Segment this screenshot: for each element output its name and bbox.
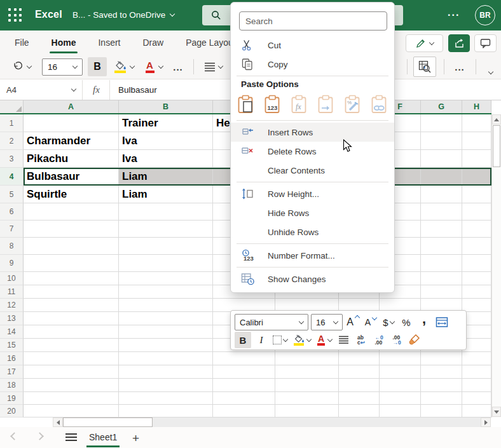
- menu-item-cut[interactable]: Cut: [231, 36, 394, 55]
- cell-B6[interactable]: [119, 203, 213, 221]
- cell-E20[interactable]: [339, 405, 380, 417]
- cell-B3[interactable]: Iva: [119, 150, 213, 168]
- row-header-11[interactable]: 11: [0, 285, 24, 299]
- mini-alignment-button[interactable]: [336, 332, 351, 348]
- cell-G20[interactable]: [421, 405, 462, 417]
- cell-B2[interactable]: Iva: [119, 132, 213, 150]
- cell-A3[interactable]: Pikachu: [24, 150, 119, 168]
- add-sheet-button[interactable]: +: [132, 431, 139, 445]
- cell-B13[interactable]: [119, 312, 213, 325]
- cell-B16[interactable]: [119, 352, 213, 365]
- cell-B10[interactable]: [119, 272, 213, 285]
- select-all-corner[interactable]: [0, 100, 24, 113]
- mini-fill-color-button[interactable]: [291, 332, 312, 348]
- cell-A16[interactable]: [24, 352, 119, 365]
- cell-B20[interactable]: [119, 405, 213, 417]
- mini-font-name-combo[interactable]: Calibri: [235, 314, 308, 330]
- increase-decimal-button[interactable]: .00 →0: [389, 332, 404, 348]
- row-header-14[interactable]: 14: [0, 325, 24, 339]
- mini-bold-button[interactable]: B: [235, 332, 251, 348]
- editing-mode-button[interactable]: [406, 34, 443, 52]
- cell-C16[interactable]: [213, 352, 275, 365]
- tab-draw[interactable]: Draw: [142, 36, 164, 49]
- cell-H11[interactable]: [462, 285, 491, 299]
- font-color-button[interactable]: A: [140, 57, 167, 76]
- cell-F19[interactable]: [380, 392, 421, 405]
- cell-G6[interactable]: [421, 203, 462, 221]
- cell-H10[interactable]: [462, 272, 491, 285]
- percent-format-button[interactable]: %: [399, 314, 414, 330]
- cell-B17[interactable]: [119, 365, 213, 379]
- cell-H7[interactable]: [462, 221, 491, 238]
- shrink-font-button[interactable]: A: [363, 314, 378, 330]
- cell-A13[interactable]: [24, 312, 119, 325]
- cell-A17[interactable]: [24, 365, 119, 379]
- col-header-A[interactable]: A: [24, 100, 119, 113]
- accounting-format-button[interactable]: $: [381, 314, 396, 330]
- grow-font-button[interactable]: A: [345, 314, 360, 330]
- wrap-text-button[interactable]: ab c↩: [353, 332, 369, 348]
- cell-B11[interactable]: [119, 285, 213, 299]
- font-size-combo[interactable]: 16: [42, 58, 83, 76]
- cell-A5[interactable]: Squirtle: [24, 186, 119, 203]
- row-header-13[interactable]: 13: [0, 312, 24, 325]
- cell-H3[interactable]: [462, 150, 491, 168]
- row-header-7[interactable]: 7: [0, 221, 24, 238]
- row-header-3[interactable]: 3: [0, 150, 24, 168]
- cell-F20[interactable]: [380, 405, 421, 417]
- cell-G8[interactable]: [421, 238, 462, 255]
- cell-A8[interactable]: [24, 238, 119, 255]
- insert-function-button[interactable]: fx: [83, 80, 110, 100]
- row-header-5[interactable]: 5: [0, 186, 24, 203]
- scroll-up-button[interactable]: [492, 114, 501, 125]
- row-header-6[interactable]: 6: [0, 203, 24, 221]
- cell-G18[interactable]: [421, 379, 462, 392]
- cell-C19[interactable]: [213, 392, 275, 405]
- cell-B1[interactable]: Trainer: [119, 114, 213, 132]
- cell-B8[interactable]: [119, 238, 213, 255]
- row-header-10[interactable]: 10: [0, 272, 24, 285]
- cell-A11[interactable]: [24, 285, 119, 299]
- cell-F16[interactable]: [380, 352, 421, 365]
- cell-A6[interactable]: [24, 203, 119, 221]
- row-header-8[interactable]: 8: [0, 238, 24, 255]
- cell-A14[interactable]: [24, 325, 119, 339]
- cell-B5[interactable]: Liam: [119, 186, 213, 203]
- paste-button[interactable]: [237, 95, 254, 114]
- cell-H6[interactable]: [462, 203, 491, 221]
- cell-B14[interactable]: [119, 325, 213, 339]
- cell-H12[interactable]: [462, 299, 491, 312]
- cell-D19[interactable]: [275, 392, 339, 405]
- avatar[interactable]: BR: [475, 5, 495, 25]
- share-button[interactable]: [448, 34, 470, 52]
- cell-H1[interactable]: [462, 114, 491, 132]
- cell-G7[interactable]: [421, 221, 462, 238]
- analyze-data-button[interactable]: [413, 57, 436, 77]
- paste-transpose-button[interactable]: [317, 95, 334, 114]
- formula-input[interactable]: Bulbasaur: [118, 80, 157, 100]
- menu-item-unhide-rows[interactable]: Unhide Rows: [231, 222, 394, 241]
- row-header-20[interactable]: 20: [0, 405, 24, 417]
- comments-button[interactable]: [474, 34, 497, 52]
- cell-D18[interactable]: [275, 379, 339, 392]
- tab-page-layout[interactable]: Page Layout: [185, 36, 237, 49]
- cell-H5[interactable]: [462, 186, 491, 203]
- menu-item-row-height[interactable]: Row Height...: [231, 184, 394, 203]
- cell-G16[interactable]: [421, 352, 462, 365]
- menu-item-number-format[interactable]: 123Number Format...: [231, 246, 394, 265]
- cell-G10[interactable]: [421, 272, 462, 285]
- cell-G1[interactable]: [421, 114, 462, 132]
- horizontal-scroll-thumb[interactable]: [63, 417, 153, 427]
- col-header-B[interactable]: B: [119, 100, 213, 113]
- cell-B15[interactable]: [119, 339, 213, 352]
- cell-B7[interactable]: [119, 221, 213, 238]
- autofit-width-button[interactable]: [434, 314, 450, 330]
- cell-G9[interactable]: [421, 255, 462, 272]
- collapse-ribbon-button[interactable]: [483, 63, 498, 82]
- row-header-19[interactable]: 19: [0, 392, 24, 405]
- tab-insert[interactable]: Insert: [97, 36, 121, 49]
- undo-button[interactable]: [8, 57, 36, 76]
- cell-F17[interactable]: [380, 365, 421, 379]
- cell-E17[interactable]: [339, 365, 380, 379]
- row-header-4[interactable]: 4: [0, 168, 24, 186]
